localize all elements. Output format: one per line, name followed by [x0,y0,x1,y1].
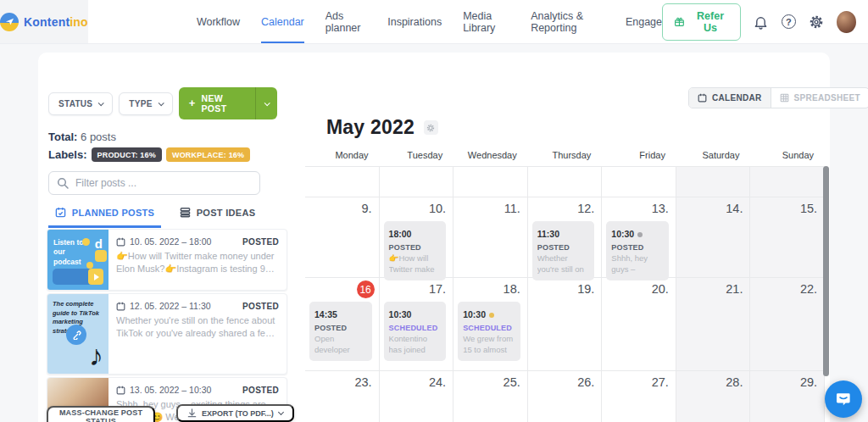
view-toggle-spreadsheet[interactable]: SPREADSHEET [771,88,868,108]
nav-item-label: Media Library [463,10,509,34]
post-list-item[interactable]: Listen to our podcastd 10. 05. 2022 – 18… [47,229,287,291]
day-header-saturday: Saturday [676,150,751,160]
calendar-event-card[interactable]: 11:30 POSTED Whether you're still on the… [532,221,595,280]
day-header-friday: Friday [602,150,676,160]
post-status-badge: POSTED [242,302,279,311]
calendar-day-cell[interactable]: 25. [453,371,528,422]
calendar-day-cell[interactable] [602,167,676,197]
export-label: EXPORT (TO PDF...) [202,409,274,418]
help-icon[interactable] [782,14,797,31]
calendar-day-cell[interactable] [453,167,528,197]
new-post-button[interactable]: +NEW POST [179,87,255,119]
top-navigation-bar: Kontentino WorkflowCalendarAds plannerIn… [0,0,868,44]
calendar-day-cell[interactable]: 18. 10:30 SCHEDULED We grew from 15 to a… [453,278,528,371]
calendar-day-cell[interactable] [305,167,380,197]
new-post-menu-button[interactable] [255,87,277,119]
calendar-day-cell[interactable]: 9. [305,197,380,278]
calendar-scrollbar[interactable] [823,166,829,376]
labels-label: Labels: [48,148,87,161]
day-number: 25. [504,375,520,389]
calendar-event-card[interactable]: 18:00 POSTED 👉How will Twitter make mone… [384,221,447,280]
post-text: 👉How will Twitter make money under Elon … [116,250,279,275]
calendar-day-cell[interactable]: 21. [676,278,751,371]
calendar-day-cell[interactable]: 12. 11:30 POSTED Whether you're still on… [528,197,603,278]
day-number: 12. [577,202,594,215]
day-number: 21. [726,282,743,296]
day-number: 22. [800,282,817,296]
post-date: 12. 05. 2022 – 11:30 [116,301,211,311]
day-header-monday: Monday [305,150,380,160]
view-toggle-calendar[interactable]: CALENDAR [689,88,771,108]
calendar-day-cell[interactable]: 23. [305,371,380,422]
day-number: 19. [577,282,594,296]
event-status: POSTED [314,324,367,332]
question-mark-icon [782,14,796,29]
event-status: POSTED [537,243,590,252]
calendar-day-cell[interactable]: 19. [528,278,603,371]
label-badge-workplace-16[interactable]: WORKPLACE: 16% [166,147,250,162]
calendar-event-card[interactable]: 14:35 POSTED Open developer positions al… [309,302,372,361]
calendar-day-cell[interactable] [750,167,825,197]
settings-gear-icon[interactable] [809,14,824,31]
nav-item-media-library[interactable]: Media Library [463,0,509,43]
user-avatar[interactable] [837,11,856,33]
mass-change-post-status-button[interactable]: MASS-CHANGE POST STATUS [47,406,155,422]
brand-wordmark: Kontentino [24,15,88,29]
calendar-event-card[interactable]: 10:30 SCHEDULED We grew from 15 to almos… [458,302,520,361]
nav-item-workflow[interactable]: Workflow [197,0,240,43]
calendar-day-cell[interactable]: 20. [602,278,676,371]
filter-posts-input[interactable] [75,177,252,189]
label-badge-product-16[interactable]: PRODUCT: 16% [92,147,162,162]
status-filter-label: STATUS [58,99,92,108]
calendar-day-cell[interactable]: 15. [750,197,825,278]
calendar-day-cell[interactable]: 22. [750,278,825,371]
search-icon [57,177,69,189]
nav-item-ads-planner[interactable]: Ads planner [326,0,366,43]
post-list-item[interactable]: The complete guide to TikTok marketing s… [47,293,287,375]
notifications-bell-icon[interactable] [754,14,769,31]
tab-post-ideas[interactable]: POST IDEAS [161,207,274,228]
status-filter-dropdown[interactable]: STATUS [48,92,113,115]
calendar-day-cell[interactable]: 17. 10:30 SCHEDULED Kontentino has joine… [380,278,454,371]
day-number: 20. [652,282,669,296]
paper-plane-icon [5,17,14,26]
calendar-icon [116,302,125,311]
nav-item-engage[interactable]: Engage [626,0,662,43]
planned-posts-list: Listen to our podcastd 10. 05. 2022 – 18… [47,229,287,422]
calendar-day-cell[interactable]: 28. [676,371,751,422]
calendar-day-cell[interactable]: 27. [602,371,676,422]
spreadsheet-grid-icon [780,93,789,103]
filter-posts-search[interactable] [48,171,260,195]
nav-item-calendar[interactable]: Calendar [261,0,304,43]
event-time: 18:00 [389,229,412,239]
calendar-event-card[interactable]: 10:30 SCHEDULED Kontentino has joined so… [384,302,447,361]
calendar-day-cell[interactable] [528,167,603,197]
calendar-day-cell[interactable]: 10. 18:00 POSTED 👉How will Twitter make … [380,197,454,278]
chat-widget-button[interactable] [825,380,862,418]
calendar-event-card[interactable]: 10:30 POSTED Shhh, hey guys – exciting t… [606,221,669,280]
calendar-day-cell[interactable]: 11. [453,197,528,278]
total-posts-line: Total: 6 posts [48,130,277,143]
calendar-day-cell[interactable]: 24. [380,371,454,422]
tab-label: PLANNED POSTS [72,208,154,218]
refer-us-button[interactable]: Refer Us [662,3,741,41]
calendar-day-cell[interactable]: 29. [750,371,825,422]
calendar-day-cell[interactable]: 16 14:35 POSTED Open developer positions… [305,278,380,371]
event-time: 10:30 [389,309,412,319]
calendar-day-cell[interactable] [380,167,454,197]
calendar-day-cell[interactable] [676,167,751,197]
calendar-day-cell[interactable]: 13. 10:30 POSTED Shhh, hey guys – exciti… [602,197,676,278]
type-filter-dropdown[interactable]: TYPE [119,92,172,115]
calendar-settings-icon[interactable] [424,120,438,135]
view-toggle-label: CALENDAR [712,93,762,103]
tab-planned-posts[interactable]: PLANNED POSTS [48,207,161,228]
nav-item-label: Inspirations [387,16,442,28]
export-to-pdf-button[interactable]: EXPORT (TO PDF...) [176,404,294,422]
gift-icon [674,15,685,28]
nav-item-analytics-reporting[interactable]: Analytics & Reporting [531,0,604,43]
nav-item-inspirations[interactable]: Inspirations [387,0,442,43]
decorative-blob [82,238,90,246]
calendar-day-cell[interactable]: 26. [528,371,603,422]
calendar-day-cell[interactable]: 14. [676,197,751,278]
app-logo[interactable]: Kontentino [0,0,88,43]
